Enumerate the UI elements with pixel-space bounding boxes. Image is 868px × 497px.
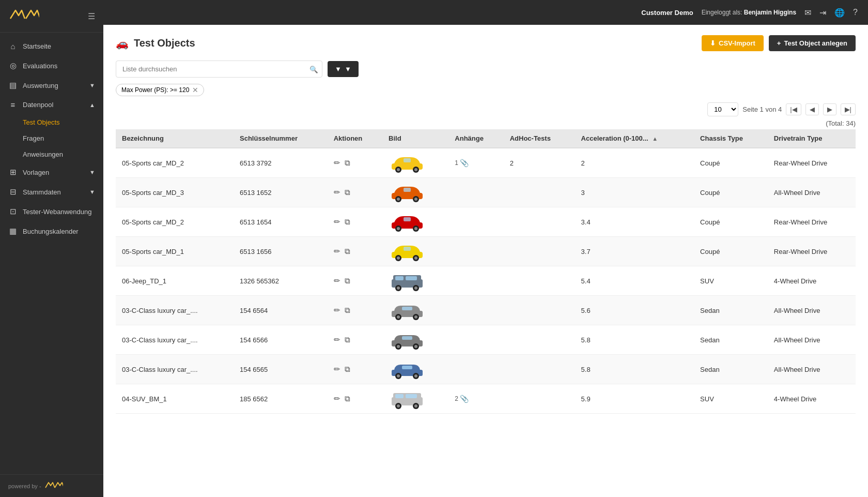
cell-schlusselnummer: 154 6565: [234, 355, 328, 384]
copy-icon[interactable]: ⧉: [345, 335, 350, 344]
edit-icon[interactable]: ✏: [334, 365, 340, 374]
sidebar-item-fragen[interactable]: Fragen: [0, 130, 103, 146]
sidebar-item-test-objects[interactable]: Test Objects: [0, 114, 103, 130]
search-button[interactable]: 🔍: [309, 65, 318, 73]
copy-icon[interactable]: ⧉: [345, 217, 350, 227]
svg-point-8: [397, 198, 400, 201]
sidebar-item-anweisungen[interactable]: Anweisungen: [0, 146, 103, 162]
edit-icon[interactable]: ✏: [334, 335, 340, 344]
table-row: 05-Sports car_MD_2 6513 1654 ✏ ⧉: [116, 207, 856, 237]
cell-chassis-type: SUV: [694, 266, 768, 296]
sidebar-item-datenpool[interactable]: ≡ Datenpool ▲: [0, 95, 103, 114]
edit-icon[interactable]: ✏: [334, 247, 340, 256]
edit-icon[interactable]: ✏: [334, 276, 340, 285]
chevron-down-icon: ▼: [89, 169, 95, 175]
filter-label: ▼: [345, 65, 351, 73]
sort-icon[interactable]: ▲: [652, 135, 658, 142]
cell-acceleration: 5.9: [575, 384, 694, 414]
globe-icon[interactable]: 🌐: [834, 8, 845, 18]
svg-point-4: [414, 168, 417, 171]
per-page-select[interactable]: 10 25 50 100: [707, 102, 738, 116]
cell-aktionen: ✏ ⧉: [328, 355, 382, 384]
cell-bild: [382, 148, 448, 178]
sidebar-item-label: Startseite: [23, 42, 51, 50]
cell-bild: [382, 325, 448, 355]
logout-icon[interactable]: ⇥: [819, 8, 826, 18]
edit-icon[interactable]: ✏: [334, 306, 340, 315]
cell-chassis-type: Sedan: [694, 296, 768, 325]
car-image: [389, 358, 426, 381]
copy-icon[interactable]: ⧉: [345, 306, 350, 315]
master-data-icon: ⊟: [8, 187, 18, 197]
total-count: (Total: 34): [116, 119, 856, 127]
cell-bezeichnung: 03-C-Class luxury car_....: [116, 296, 234, 325]
cell-acceleration: 3: [575, 178, 694, 207]
sidebar-toggle-icon[interactable]: ☰: [88, 11, 95, 21]
cell-chassis-type: Sedan: [694, 325, 768, 355]
sidebar-item-buchungskalender[interactable]: ▦ Buchungskalender: [0, 221, 103, 241]
content-area: 🚗 Test Objects ⬇ CSV-Import + Test Objec…: [103, 25, 868, 497]
copy-icon[interactable]: ⧉: [345, 394, 350, 403]
cell-bild: [382, 207, 448, 237]
sidebar-item-startseite[interactable]: ⌂ Startseite: [0, 37, 103, 56]
filter-tags: Max Power (PS): >= 120 ✕: [116, 84, 856, 96]
car-image: [389, 328, 426, 351]
sidebar-item-auswertung[interactable]: ▤ Auswertung ▼: [0, 76, 103, 95]
cell-anhaenge: [448, 296, 503, 325]
prev-page-button[interactable]: ◀: [805, 103, 819, 115]
filter-remove-button[interactable]: ✕: [192, 86, 198, 94]
cell-drivetrain-type: 4-Wheel Drive: [768, 384, 856, 414]
cell-adhoc-tests: [504, 325, 575, 355]
cell-adhoc-tests: [504, 178, 575, 207]
svg-rect-57: [406, 394, 417, 398]
copy-icon[interactable]: ⧉: [345, 158, 350, 168]
filter-button[interactable]: ▼ ▼: [328, 61, 359, 77]
search-input[interactable]: [116, 61, 322, 78]
table-header: Bezeichnung Schlüsselnummer Aktionen Bil…: [116, 129, 856, 148]
help-icon[interactable]: ?: [853, 8, 858, 17]
last-page-button[interactable]: ▶|: [841, 103, 856, 115]
sidebar-item-label: Evaluations: [23, 62, 57, 70]
cell-aktionen: ✏ ⧉: [328, 237, 382, 266]
cell-schlusselnummer: 154 6564: [234, 296, 328, 325]
svg-rect-11: [404, 188, 411, 192]
chevron-up-icon: ▲: [89, 102, 95, 108]
sidebar-item-tester-webanwendung[interactable]: ⊡ Tester-Webanwendung: [0, 202, 103, 221]
attachment-badge: 2 📎: [455, 395, 497, 403]
cell-schlusselnummer: 154 6566: [234, 325, 328, 355]
sidebar-item-vorlagen[interactable]: ⊞ Vorlagen ▼: [0, 162, 103, 182]
col-bild: Bild: [382, 129, 448, 148]
svg-point-46: [397, 374, 400, 378]
copy-icon[interactable]: ⧉: [345, 188, 350, 197]
add-test-object-button[interactable]: + Test Object anlegen: [769, 35, 856, 51]
mail-icon[interactable]: ✉: [804, 8, 811, 18]
cell-aktionen: ✏ ⧉: [328, 296, 382, 325]
csv-import-button[interactable]: ⬇ CSV-Import: [702, 35, 764, 51]
car-image: [389, 181, 426, 204]
paperclip-icon: 📎: [460, 395, 469, 403]
copy-icon[interactable]: ⧉: [345, 365, 350, 374]
sidebar-header: ☰: [0, 0, 103, 33]
attachment-badge: 1 📎: [455, 159, 497, 167]
edit-icon[interactable]: ✏: [334, 188, 340, 197]
col-schlusselnummer: Schlüsselnummer: [234, 129, 328, 148]
copy-icon[interactable]: ⧉: [345, 247, 350, 256]
edit-icon[interactable]: ✏: [334, 217, 340, 227]
edit-icon[interactable]: ✏: [334, 158, 340, 168]
cell-chassis-type: Coupé: [694, 178, 768, 207]
table-body: 05-Sports car_MD_2 6513 3792 ✏ ⧉: [116, 148, 856, 414]
copy-icon[interactable]: ⧉: [345, 276, 350, 285]
cell-acceleration: 3.4: [575, 207, 694, 237]
sidebar: ☰ ⌂ Startseite ◎ Evaluations ▤ Auswertun…: [0, 0, 103, 497]
sidebar-sub-label: Fragen: [23, 134, 44, 142]
title-actions: ⬇ CSV-Import + Test Object anlegen: [702, 35, 856, 51]
svg-point-22: [414, 257, 417, 260]
first-page-button[interactable]: |◀: [786, 103, 801, 115]
sidebar-item-stammdaten[interactable]: ⊟ Stammdaten ▼: [0, 182, 103, 202]
cell-bezeichnung: 03-C-Class luxury car_....: [116, 325, 234, 355]
next-page-button[interactable]: ▶: [823, 103, 836, 115]
edit-icon[interactable]: ✏: [334, 394, 340, 403]
cell-adhoc-tests: [504, 237, 575, 266]
sidebar-item-evaluations[interactable]: ◎ Evaluations: [0, 56, 103, 76]
svg-point-2: [397, 168, 400, 171]
